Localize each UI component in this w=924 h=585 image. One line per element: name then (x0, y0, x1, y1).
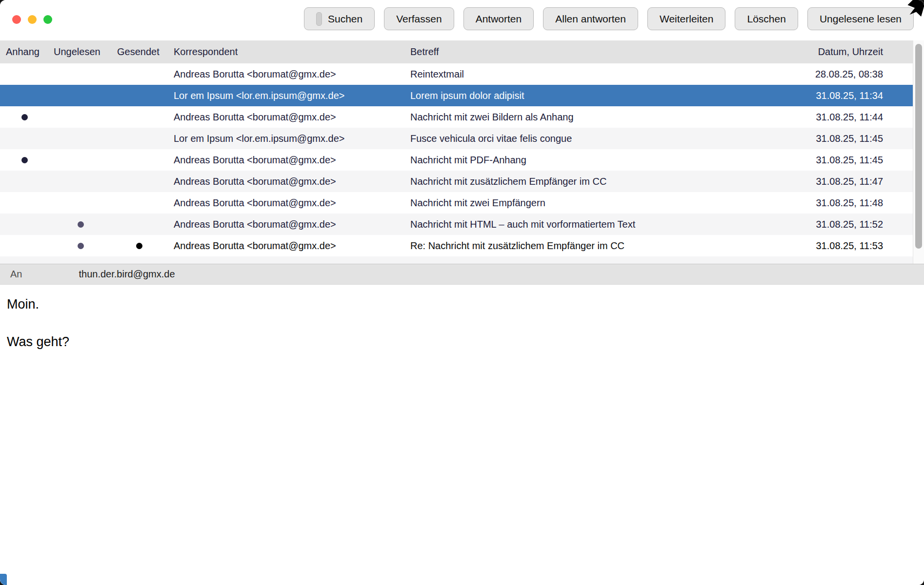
attachment-cell (0, 235, 49, 256)
toolbar-button-ungelesene-lesen[interactable]: Ungelesene lesen (807, 7, 914, 30)
message-row[interactable]: Andreas Borutta <borumat@gmx.de>Nachrich… (0, 106, 913, 128)
column-header-betreff[interactable]: Betreff (405, 46, 811, 58)
toolbar: SuchenVerfassenAntwortenAllen antwortenW… (0, 0, 924, 40)
scrollbar-track[interactable] (913, 40, 924, 264)
column-header-gesendet[interactable]: Gesendet (112, 46, 166, 58)
attachment-cell (0, 128, 49, 149)
toolbar-button-suchen[interactable]: Suchen (304, 7, 375, 30)
date-cell: 28.08.25, 08:38 (811, 63, 913, 85)
sent-cell (112, 149, 166, 171)
subject-cell: Nachricht mit PDF-Anhang (405, 149, 811, 171)
message-row[interactable]: Andreas Borutta <borumat@gmx.de>Nachrich… (0, 149, 913, 171)
toolbar-button-verfassen[interactable]: Verfassen (384, 7, 454, 30)
sent-cell (112, 63, 166, 85)
correspondent-cell: Andreas Borutta <borumat@gmx.de> (166, 171, 405, 192)
toolbar-button-label: Allen antworten (555, 13, 626, 25)
toolbar-button-label: Suchen (328, 13, 362, 25)
correspondent-cell: Andreas Borutta <borumat@gmx.de> (166, 235, 405, 256)
recipient-label: An (10, 269, 22, 280)
column-header-korrespondent[interactable]: Korrespondent (166, 46, 405, 58)
message-row[interactable]: Lor em Ipsum <lor.em.ipsum@gmx.de>Fusce … (0, 128, 913, 149)
correspondent-cell: Andreas Borutta <borumat@gmx.de> (166, 192, 405, 214)
message-row[interactable]: Andreas Borutta <borumat@gmx.de>Reintext… (0, 63, 913, 85)
column-header-datum[interactable]: Datum, Uhrzeit (811, 46, 913, 58)
toolbar-button-group: SuchenVerfassenAntwortenAllen antwortenW… (304, 7, 914, 30)
attachment-cell (0, 214, 49, 235)
unread-cell (49, 106, 112, 128)
attachment-indicator-icon (21, 157, 28, 163)
body-line: Moin. (0, 285, 924, 312)
unread-cell (49, 128, 112, 149)
attachment-cell (0, 171, 49, 192)
recipient-bar: An thun.der.bird@gmx.de (0, 264, 924, 285)
sent-cell (112, 128, 166, 149)
recipient-address: thun.der.bird@gmx.de (79, 269, 175, 280)
column-header-ungelesen[interactable]: Ungelesen (49, 46, 112, 58)
unread-cell (49, 171, 112, 192)
attachment-indicator-icon (21, 114, 28, 120)
toolbar-button-allen-antworten[interactable]: Allen antworten (543, 7, 638, 30)
subject-cell: Reintextmail (405, 63, 811, 85)
attachment-cell (0, 192, 49, 214)
subject-cell: Lorem ipsum dolor adipisit (405, 85, 811, 106)
date-cell: 31.08.25, 11:48 (811, 192, 913, 214)
toolbar-button-weiterleiten[interactable]: Weiterleiten (647, 7, 726, 30)
unread-indicator-icon (78, 221, 84, 228)
correspondent-cell: Andreas Borutta <borumat@gmx.de> (166, 63, 405, 85)
subject-cell: Nachricht mit zusätzlichem Empfänger im … (405, 171, 811, 192)
attachment-cell (0, 149, 49, 171)
subject-cell: Re: Nachricht mit zusätzlichem Empfänger… (405, 235, 811, 256)
date-cell: 31.08.25, 11:52 (811, 214, 913, 235)
mail-client-window: SuchenVerfassenAntwortenAllen antwortenW… (0, 0, 924, 585)
message-row[interactable]: Andreas Borutta <borumat@gmx.de>Re: Nach… (0, 235, 913, 256)
toolbar-button-label: Löschen (747, 13, 785, 25)
attachment-cell (0, 106, 49, 128)
unread-cell (49, 85, 112, 106)
sent-cell (112, 171, 166, 192)
message-list-header: Anhang Ungelesen Gesendet Korrespondent … (0, 40, 913, 63)
subject-cell: Fusce vehicula orci vitae felis congue (405, 128, 811, 149)
correspondent-cell: Andreas Borutta <borumat@gmx.de> (166, 149, 405, 171)
column-header-anhang[interactable]: Anhang (0, 46, 49, 58)
message-row[interactable]: Andreas Borutta <borumat@gmx.de>Nachrich… (0, 171, 913, 192)
subject-cell: Nachricht mit zwei Empfängern (405, 192, 811, 214)
zoom-window-button[interactable] (43, 15, 52, 24)
sent-cell (112, 106, 166, 128)
toolbar-button-label: Antworten (476, 13, 522, 25)
scrollbar-thumb[interactable] (915, 44, 922, 249)
correspondent-cell: Andreas Borutta <borumat@gmx.de> (166, 106, 405, 128)
unread-cell (49, 63, 112, 85)
attachment-cell (0, 85, 49, 106)
unread-cell (49, 149, 112, 171)
correspondent-cell: Lor em Ipsum <lor.em.ipsum@gmx.de> (166, 85, 405, 106)
toolbar-button-antworten[interactable]: Antworten (463, 7, 534, 30)
sent-indicator-icon (136, 243, 142, 249)
correspondent-cell: Andreas Borutta <borumat@gmx.de> (166, 214, 405, 235)
search-icon (316, 12, 322, 26)
message-row[interactable]: Andreas Borutta <borumat@gmx.de>Nachrich… (0, 192, 913, 214)
date-cell: 31.08.25, 11:34 (811, 85, 913, 106)
toolbar-button-label: Verfassen (396, 13, 442, 25)
message-row[interactable]: Andreas Borutta <borumat@gmx.de>Nachrich… (0, 214, 913, 235)
toolbar-button-loeschen[interactable]: Löschen (735, 7, 798, 30)
message-row[interactable]: Lor em Ipsum <lor.em.ipsum@gmx.de>Lorem … (0, 85, 913, 106)
correspondent-cell: Lor em Ipsum <lor.em.ipsum@gmx.de> (166, 128, 405, 149)
message-body: Moin. Was geht? (0, 285, 924, 585)
date-cell: 31.08.25, 11:45 (811, 149, 913, 171)
toolbar-button-label: Weiterleiten (660, 13, 714, 25)
sent-cell (112, 192, 166, 214)
minimize-window-button[interactable] (28, 15, 37, 24)
message-rows: Andreas Borutta <borumat@gmx.de>Reintext… (0, 63, 924, 256)
message-list-pane: Anhang Ungelesen Gesendet Korrespondent … (0, 40, 924, 264)
date-cell: 31.08.25, 11:47 (811, 171, 913, 192)
date-cell: 31.08.25, 11:44 (811, 106, 913, 128)
sent-cell (112, 85, 166, 106)
close-window-button[interactable] (12, 15, 21, 24)
background-window-corner (0, 574, 7, 585)
unread-cell (49, 214, 112, 235)
date-cell: 31.08.25, 11:53 (811, 235, 913, 256)
unread-cell (49, 235, 112, 256)
attachment-cell (0, 63, 49, 85)
sent-cell (112, 214, 166, 235)
body-line: Was geht? (0, 312, 924, 349)
